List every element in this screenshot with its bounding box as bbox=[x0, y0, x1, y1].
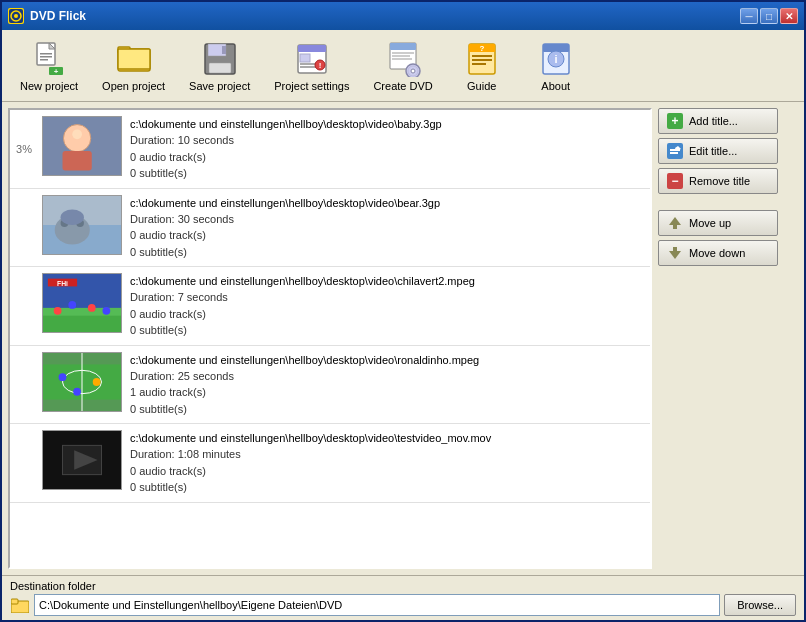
save-project-button[interactable]: Save project bbox=[179, 35, 260, 97]
video-subtitles: 0 subtitle(s) bbox=[130, 244, 646, 261]
svg-rect-81 bbox=[673, 225, 677, 229]
video-duration: Duration: 30 seconds bbox=[130, 211, 646, 228]
svg-point-2 bbox=[14, 14, 18, 18]
video-path: c:\dokumente und einstellungen\hellboy\d… bbox=[130, 118, 646, 130]
guide-button[interactable]: ? Guide bbox=[447, 35, 517, 97]
svg-point-51 bbox=[61, 209, 84, 225]
video-duration: Duration: 25 seconds bbox=[130, 368, 646, 385]
list-item[interactable]: 3% c:\dokumente und einstellungen\hellbo… bbox=[10, 110, 650, 189]
about-button[interactable]: i About bbox=[521, 35, 591, 97]
title-bar-left: DVD Flick bbox=[8, 8, 86, 24]
svg-point-57 bbox=[54, 307, 62, 315]
video-thumbnail bbox=[42, 352, 122, 412]
svg-point-58 bbox=[68, 301, 76, 309]
svg-text:FHi: FHi bbox=[57, 280, 68, 287]
list-item[interactable]: FHi c:\dokumente und einstellungen\hellb… bbox=[10, 267, 650, 346]
video-audio: 0 audio track(s) bbox=[130, 306, 646, 323]
list-item[interactable]: c:\dokumente und einstellungen\hellboy\d… bbox=[10, 424, 650, 503]
svg-text:−: − bbox=[671, 174, 678, 188]
svg-rect-25 bbox=[390, 43, 416, 50]
browse-button[interactable]: Browse... bbox=[724, 594, 796, 616]
close-button[interactable]: ✕ bbox=[780, 8, 798, 24]
button-separator bbox=[658, 198, 798, 206]
svg-rect-18 bbox=[298, 45, 326, 52]
video-thumbnail: FHi bbox=[42, 273, 122, 333]
video-thumbnail bbox=[42, 195, 122, 255]
svg-point-67 bbox=[93, 378, 101, 386]
right-panel: + Add title... Edit title... bbox=[658, 108, 798, 569]
open-project-icon bbox=[114, 40, 154, 78]
toolbar: + New project Open project bbox=[2, 30, 804, 102]
video-subtitles: 0 subtitle(s) bbox=[130, 479, 646, 496]
maximize-button[interactable]: □ bbox=[760, 8, 778, 24]
svg-point-45 bbox=[72, 129, 82, 139]
video-path: c:\dokumente und einstellungen\hellboy\d… bbox=[130, 354, 646, 366]
svg-text:i: i bbox=[554, 53, 557, 65]
add-title-label: Add title... bbox=[689, 115, 738, 127]
video-audio: 0 audio track(s) bbox=[130, 149, 646, 166]
move-up-button[interactable]: Move up bbox=[658, 210, 778, 236]
project-settings-label: Project settings bbox=[274, 80, 349, 92]
guide-icon: ? bbox=[462, 40, 502, 78]
svg-rect-12 bbox=[118, 49, 150, 69]
project-settings-icon: ! bbox=[292, 40, 332, 78]
title-bar: DVD Flick ─ □ ✕ bbox=[2, 2, 804, 30]
video-duration: Duration: 7 seconds bbox=[130, 289, 646, 306]
title-bar-controls: ─ □ ✕ bbox=[740, 8, 798, 24]
remove-title-icon: − bbox=[667, 173, 683, 189]
destination-path-input[interactable] bbox=[34, 594, 720, 616]
window-title: DVD Flick bbox=[30, 9, 86, 23]
move-up-label: Move up bbox=[689, 217, 731, 229]
remove-title-button[interactable]: − Remove title bbox=[658, 168, 778, 194]
edit-title-button[interactable]: Edit title... bbox=[658, 138, 778, 164]
add-title-button[interactable]: + Add title... bbox=[658, 108, 778, 134]
svg-text:!: ! bbox=[318, 61, 321, 70]
video-subtitles: 0 subtitle(s) bbox=[130, 401, 646, 418]
move-up-icon bbox=[667, 215, 683, 231]
create-dvd-button[interactable]: Create DVD bbox=[363, 35, 442, 97]
svg-rect-16 bbox=[222, 46, 226, 54]
move-down-button[interactable]: Move down bbox=[658, 240, 778, 266]
svg-rect-76 bbox=[670, 152, 678, 154]
svg-rect-35 bbox=[472, 59, 492, 61]
svg-text:+: + bbox=[54, 67, 59, 76]
list-item[interactable]: c:\dokumente und einstellungen\hellboy\d… bbox=[10, 189, 650, 268]
list-item[interactable]: c:\dokumente und einstellungen\hellboy\d… bbox=[10, 346, 650, 425]
edit-title-label: Edit title... bbox=[689, 145, 737, 157]
svg-point-30 bbox=[411, 69, 415, 73]
video-audio: 1 audio track(s) bbox=[130, 384, 646, 401]
guide-label: Guide bbox=[467, 80, 496, 92]
new-project-label: New project bbox=[20, 80, 78, 92]
open-project-button[interactable]: Open project bbox=[92, 35, 175, 97]
app-icon bbox=[8, 8, 24, 24]
row-number: 3% bbox=[14, 143, 34, 155]
svg-rect-27 bbox=[392, 55, 410, 57]
add-title-icon: + bbox=[667, 113, 683, 129]
video-subtitles: 0 subtitle(s) bbox=[130, 165, 646, 182]
video-info: c:\dokumente und einstellungen\hellboy\d… bbox=[130, 352, 646, 418]
svg-marker-80 bbox=[669, 217, 681, 225]
svg-rect-5 bbox=[40, 53, 52, 55]
video-thumbnail bbox=[42, 430, 122, 490]
new-project-button[interactable]: + New project bbox=[10, 35, 88, 97]
svg-rect-19 bbox=[300, 54, 310, 62]
minimize-button[interactable]: ─ bbox=[740, 8, 758, 24]
video-info: c:\dokumente und einstellungen\hellboy\d… bbox=[130, 195, 646, 261]
svg-rect-36 bbox=[472, 63, 486, 65]
video-list[interactable]: 3% c:\dokumente und einstellungen\hellbo… bbox=[8, 108, 652, 569]
svg-rect-7 bbox=[40, 59, 48, 61]
video-path: c:\dokumente und einstellungen\hellboy\d… bbox=[130, 197, 646, 209]
create-dvd-icon bbox=[383, 40, 423, 78]
video-audio: 0 audio track(s) bbox=[130, 227, 646, 244]
video-path: c:\dokumente und einstellungen\hellboy\d… bbox=[130, 432, 646, 444]
remove-title-label: Remove title bbox=[689, 175, 750, 187]
svg-point-59 bbox=[88, 304, 96, 312]
project-settings-button[interactable]: ! Project settings bbox=[264, 35, 359, 97]
video-duration: Duration: 10 seconds bbox=[130, 132, 646, 149]
svg-rect-34 bbox=[472, 55, 492, 57]
svg-rect-28 bbox=[392, 58, 412, 60]
move-down-icon bbox=[667, 245, 683, 261]
video-subtitles: 0 subtitle(s) bbox=[130, 322, 646, 339]
svg-point-60 bbox=[102, 307, 110, 315]
edit-title-icon bbox=[667, 143, 683, 159]
